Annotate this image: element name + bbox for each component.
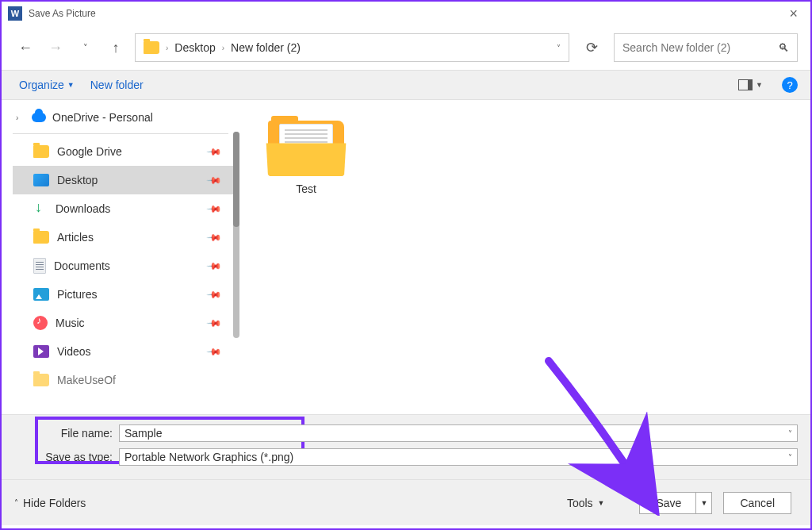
cancel-button-label: Cancel: [740, 497, 775, 509]
sidebar-item-label: Desktop: [57, 174, 98, 186]
chevron-down-icon[interactable]: ˅: [788, 453, 792, 462]
sidebar-item-makeuseof[interactable]: MakeUseOf: [13, 366, 239, 394]
new-folder-label: New folder: [90, 79, 144, 91]
new-folder-button[interactable]: New folder: [86, 75, 148, 94]
save-form-area: File name: Sample ˅ Save as type: Portab…: [2, 414, 810, 479]
up-button[interactable]: ↑: [105, 36, 127, 59]
filename-field[interactable]: Sample ˅: [119, 424, 798, 442]
chevron-down-icon: ▼: [598, 499, 605, 507]
recent-dropdown-icon[interactable]: ˅: [75, 36, 97, 59]
search-box[interactable]: 🔍︎: [614, 33, 798, 62]
chevron-up-icon: ˄: [14, 498, 18, 507]
sidebar-item-label: MakeUseOf: [57, 374, 116, 386]
forward-button[interactable]: →: [44, 36, 67, 59]
breadcrumb-newfolder2[interactable]: New folder (2): [231, 41, 301, 54]
filename-label: File name:: [43, 427, 113, 440]
download-icon: [33, 202, 48, 216]
hide-folders-toggle[interactable]: ˄ Hide Folders: [14, 497, 86, 509]
sidebar-item-label: Music: [56, 317, 85, 329]
folder-item-label: Test: [259, 182, 354, 195]
sidebar-item-onedrive[interactable]: › OneDrive - Personal: [13, 108, 239, 127]
sidebar-item-label: Google Drive: [57, 145, 122, 158]
organize-label: Organize: [19, 79, 64, 91]
chevron-down-icon[interactable]: ˅: [788, 429, 792, 438]
music-icon: [33, 316, 48, 330]
sidebar-item-label: Downloads: [56, 202, 110, 215]
folder-icon: [33, 145, 49, 158]
navigation-pane: › OneDrive - Personal Google Drive 📌 Des…: [2, 100, 239, 414]
pin-icon: 📌: [206, 172, 223, 189]
dialog-button-bar: ˄ Hide Folders Tools ▼ Save ▼ Cancel: [2, 479, 810, 525]
divider: [13, 133, 228, 134]
address-bar[interactable]: › Desktop › New folder (2) ˅: [135, 33, 569, 62]
cancel-button[interactable]: Cancel: [723, 492, 791, 514]
pin-icon: 📌: [206, 258, 223, 275]
folder-item-test[interactable]: Test: [259, 116, 354, 195]
view-menu[interactable]: ▼: [733, 76, 768, 94]
sidebar-item-label: Videos: [57, 345, 91, 358]
refresh-button[interactable]: ⟳: [577, 33, 606, 62]
sidebar-item-label: Pictures: [57, 288, 98, 301]
chevron-right-icon[interactable]: ›: [16, 113, 25, 122]
folder-icon: [33, 231, 49, 244]
dialog-body: › OneDrive - Personal Google Drive 📌 Des…: [2, 100, 810, 414]
scrollbar-thumb[interactable]: [233, 132, 239, 227]
back-button[interactable]: ←: [14, 36, 36, 59]
sidebar-item-label: Documents: [54, 259, 110, 272]
sidebar-item-documents[interactable]: Documents 📌: [13, 252, 239, 280]
view-icon: [738, 79, 753, 90]
chevron-down-icon: ▼: [756, 81, 763, 89]
title-bar: W Save As Picture ×: [2, 2, 810, 25]
savetype-label: Save as type:: [43, 451, 113, 463]
save-button[interactable]: Save ▼: [639, 492, 712, 514]
folder-icon: [144, 41, 159, 54]
sidebar-item-desktop[interactable]: Desktop 📌: [13, 166, 239, 194]
breadcrumb-desktop[interactable]: Desktop: [174, 41, 215, 54]
pin-icon: 📌: [206, 144, 223, 160]
tools-menu[interactable]: Tools ▼: [567, 497, 605, 509]
word-app-icon: W: [8, 6, 22, 21]
sidebar-item-label: OneDrive - Personal: [52, 111, 153, 124]
save-dropdown-icon[interactable]: ▼: [695, 493, 711, 513]
sidebar-item-videos[interactable]: Videos 📌: [13, 337, 239, 366]
sidebar-item-downloads[interactable]: Downloads 📌: [13, 194, 239, 223]
sidebar-item-label: Articles: [57, 231, 94, 244]
pin-icon: 📌: [206, 286, 223, 303]
pin-icon: 📌: [206, 315, 223, 332]
pin-icon: 📌: [206, 229, 223, 246]
save-button-label: Save: [656, 497, 695, 509]
desktop-icon: [33, 174, 49, 186]
chevron-down-icon: ▼: [67, 81, 75, 89]
folder-icon: [33, 374, 49, 386]
pin-icon: 📌: [206, 201, 223, 217]
search-input[interactable]: [622, 41, 778, 54]
address-dropdown-icon[interactable]: ˅: [557, 44, 561, 52]
hide-folders-label: Hide Folders: [23, 497, 86, 509]
chevron-right-icon: ›: [166, 44, 168, 52]
onedrive-icon: [32, 113, 46, 122]
savetype-field[interactable]: Portable Network Graphics (*.png) ˅: [119, 448, 798, 466]
sidebar-item-pictures[interactable]: Pictures 📌: [13, 280, 239, 309]
sidebar-scrollbar[interactable]: [233, 132, 239, 338]
file-list-pane[interactable]: Test: [239, 100, 810, 414]
window-title: Save As Picture: [29, 8, 96, 19]
folder-icon: [268, 116, 344, 176]
sidebar-item-google-drive[interactable]: Google Drive 📌: [13, 137, 239, 166]
search-icon[interactable]: 🔍︎: [778, 41, 789, 54]
navigation-bar: ← → ˅ ↑ › Desktop › New folder (2) ˅ ⟳ 🔍…: [2, 25, 810, 70]
pictures-icon: [33, 288, 49, 301]
tools-label: Tools: [567, 497, 593, 509]
video-icon: [33, 345, 49, 358]
document-icon: [33, 258, 46, 274]
close-icon[interactable]: ×: [783, 6, 804, 22]
sidebar-item-articles[interactable]: Articles 📌: [13, 223, 239, 252]
command-toolbar: Organize ▼ New folder ▼ ?: [2, 70, 810, 100]
organize-menu[interactable]: Organize ▼: [14, 75, 79, 94]
sidebar-item-music[interactable]: Music 📌: [13, 309, 239, 337]
chevron-right-icon: ›: [222, 44, 224, 52]
help-button[interactable]: ?: [782, 77, 798, 93]
savetype-value: Portable Network Graphics (*.png): [124, 451, 293, 463]
filename-value: Sample: [124, 427, 162, 440]
pin-icon: 📌: [206, 344, 223, 360]
